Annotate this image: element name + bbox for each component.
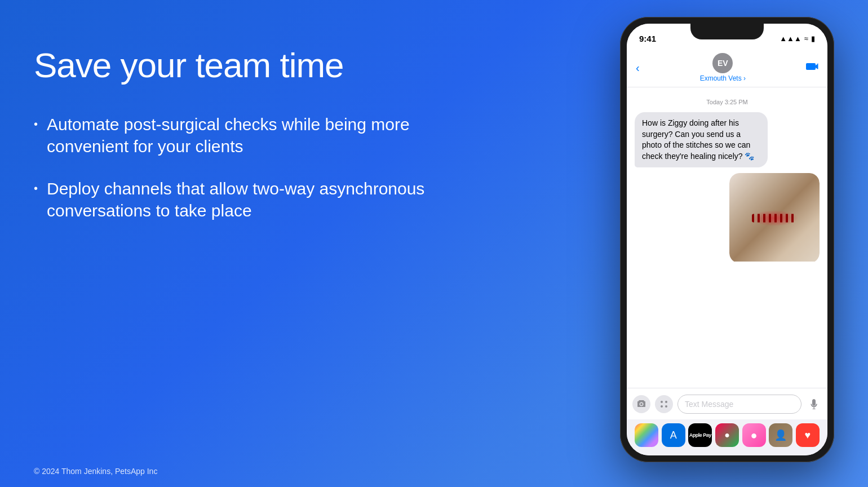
status-time: 9:41 — [639, 34, 656, 43]
pink-app[interactable]: ● — [742, 423, 766, 447]
svg-point-0 — [661, 401, 663, 403]
phone-inner: 9:41 ▲▲▲ ≈ ▮ ‹ EV Exmouth Vets › — [627, 24, 827, 455]
messages-wrapper: Today 3:25 PM How is Ziggy doing after h… — [627, 87, 827, 388]
apple-pay-app[interactable]: Apple Pay — [688, 423, 712, 447]
avatar-initials: EV — [718, 59, 728, 68]
phone-content: 9:41 ▲▲▲ ≈ ▮ ‹ EV Exmouth Vets › — [627, 24, 827, 455]
footer-text: © 2024 Thom Jenkins, PetsApp Inc — [34, 467, 157, 476]
text-message-placeholder: Text Message — [685, 400, 733, 409]
contact-avatar: EV — [712, 53, 733, 73]
bullet-item-2: • Deploy channels that allow two-way asy… — [34, 178, 428, 222]
signal-icon: ▲▲▲ — [780, 34, 801, 43]
app-store-app[interactable]: A — [662, 423, 685, 447]
bullet-list: • Automate post-surgical checks while be… — [34, 113, 428, 222]
content-left: Save your team time • Automate post-surg… — [34, 45, 428, 242]
slide-title: Save your team time — [34, 45, 428, 85]
back-button[interactable]: ‹ — [636, 61, 640, 74]
messages-scroll: Today 3:25 PM How is Ziggy doing after h… — [635, 93, 820, 262]
messages-area: Today 3:25 PM How is Ziggy doing after h… — [627, 87, 827, 262]
camera-button[interactable] — [632, 395, 650, 413]
phone-container: 9:41 ▲▲▲ ≈ ▮ ‹ EV Exmouth Vets › — [620, 17, 834, 462]
battery-icon: ▮ — [811, 34, 815, 43]
bullet-dot-2: • — [34, 181, 38, 196]
svg-point-2 — [661, 405, 663, 408]
svg-point-3 — [665, 405, 667, 408]
bullet-item-1: • Automate post-surgical checks while be… — [34, 113, 428, 157]
incoming-bubble: How is Ziggy doing after his surgery? Ca… — [635, 112, 768, 167]
photos-app[interactable] — [635, 423, 658, 447]
avatar-app[interactable]: 👤 — [769, 423, 792, 447]
text-message-input[interactable]: Text Message — [677, 395, 801, 414]
apps-button[interactable] — [655, 395, 673, 413]
wifi-icon: ≈ — [804, 34, 808, 43]
stitches-visual — [752, 214, 797, 223]
app-dock: A Apple Pay ● ● 👤 ♥ — [627, 419, 827, 455]
music-app[interactable]: ● — [715, 423, 739, 447]
wound-image-placeholder — [729, 173, 820, 262]
input-bar: Text Message — [627, 388, 827, 419]
nav-center: EV Exmouth Vets › — [700, 53, 746, 82]
message-timestamp: Today 3:25 PM — [635, 99, 820, 105]
incoming-message-row: How is Ziggy doing after his surgery? Ca… — [635, 112, 820, 167]
bullet-text-1: Automate post-surgical checks while bein… — [47, 113, 428, 157]
wound-photo — [729, 173, 820, 262]
footer: © 2024 Thom Jenkins, PetsApp Inc — [34, 467, 157, 476]
phone-notch — [690, 24, 764, 39]
svg-point-1 — [665, 401, 667, 403]
bullet-text-2: Deploy channels that allow two-way async… — [47, 178, 428, 222]
nav-bar: ‹ EV Exmouth Vets › — [627, 48, 827, 87]
phone-outer: 9:41 ▲▲▲ ≈ ▮ ‹ EV Exmouth Vets › — [620, 17, 834, 462]
bullet-dot-1: • — [34, 117, 38, 131]
video-call-button[interactable] — [806, 62, 818, 74]
status-icons: ▲▲▲ ≈ ▮ — [780, 34, 815, 43]
outgoing-image-row — [635, 173, 820, 262]
audio-button[interactable] — [806, 396, 822, 412]
contact-name[interactable]: Exmouth Vets › — [700, 74, 746, 82]
red-app[interactable]: ♥ — [796, 423, 820, 447]
